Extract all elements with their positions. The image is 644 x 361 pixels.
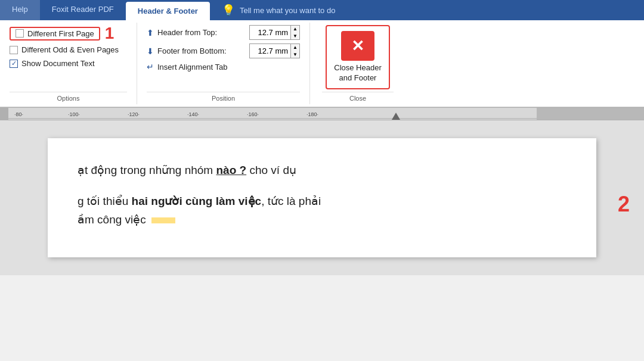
- doc-line-2-bold: hai người cùng làm việc: [132, 195, 262, 207]
- different-odd-even-checkbox[interactable]: [10, 46, 18, 54]
- different-odd-even-row: Different Odd & Even Pages: [10, 44, 127, 55]
- header-spin-up[interactable]: ▲: [291, 26, 299, 33]
- header-pos-icon: ⬆: [147, 28, 154, 38]
- close-group-label: Close: [322, 92, 394, 102]
- close-header-footer-button[interactable]: ✕: [341, 31, 374, 61]
- header-from-top-row: ⬆ Header from Top: ▲ ▼: [147, 25, 300, 40]
- different-first-page-label: Different First Page: [27, 29, 94, 38]
- show-document-text-row: ✓ Show Document Text: [10, 58, 127, 69]
- header-value-control: ▲ ▼: [249, 25, 300, 40]
- svg-text:·140·: ·140·: [187, 111, 199, 117]
- ruler-svg: ·80· ·100· ·120· ·140· ·160· ·180·: [8, 108, 537, 120]
- doc-line-1-text: ạt động trong những nhóm: [78, 164, 216, 176]
- ruler: ·80· ·100· ·120· ·140· ·160· ·180·: [0, 107, 644, 120]
- insert-tab-icon: ↵: [147, 62, 154, 71]
- tab-header-footer[interactable]: Header & Footer: [126, 2, 210, 20]
- svg-text:·180·: ·180·: [306, 111, 318, 117]
- footer-value-control: ▲ ▼: [249, 43, 300, 58]
- different-first-page-highlight: Different First Page: [10, 27, 100, 41]
- insert-alignment-tab-label[interactable]: Insert Alignment Tab: [157, 63, 228, 71]
- show-document-text-checkbox[interactable]: ✓: [10, 60, 18, 68]
- show-document-text-label: Show Document Text: [21, 59, 95, 68]
- footer-spin: ▲ ▼: [291, 43, 300, 58]
- different-odd-even-label: Different Odd & Even Pages: [21, 45, 119, 54]
- footer-spin-down[interactable]: ▼: [291, 51, 299, 58]
- header-from-top-label: Header from Top:: [157, 28, 246, 37]
- ruler-right-margin: [537, 108, 644, 120]
- document-page: ạt động trong những nhóm nào ? cho ví dụ…: [48, 138, 596, 257]
- ribbon-content: Different First Page 1 Different Odd & E…: [0, 20, 644, 107]
- options-group-label: Options: [10, 92, 127, 102]
- doc-line-1: ạt động trong những nhóm nào ? cho ví dụ: [78, 162, 566, 179]
- tell-me-text[interactable]: Tell me what you want to do: [240, 6, 335, 15]
- footer-from-bottom-label: Footer from Bottom:: [157, 46, 246, 55]
- ribbon-tabs-bar: Help Foxit Reader PDF Header & Footer 💡 …: [0, 0, 644, 20]
- different-first-page-checkbox[interactable]: [16, 29, 24, 38]
- badge-2: 2: [618, 192, 630, 217]
- badge-1: 1: [105, 25, 114, 42]
- footer-spin-up[interactable]: ▲: [291, 44, 299, 51]
- tab-foxit[interactable]: Foxit Reader PDF: [40, 0, 126, 20]
- header-spin: ▲ ▼: [291, 25, 300, 40]
- footer-from-bottom-row: ⬇ Footer from Bottom: ▲ ▼: [147, 43, 300, 58]
- header-value-input[interactable]: [249, 25, 291, 40]
- close-x-icon: ✕: [351, 37, 364, 55]
- doc-line-2-pre: g tối thiểu: [78, 195, 132, 207]
- doc-highlight-marker: [151, 217, 175, 223]
- svg-marker-7: [392, 113, 400, 120]
- checkmark-icon: ✓: [11, 60, 17, 67]
- footer-value-input[interactable]: [249, 43, 291, 58]
- doc-line-3-text: ầm công việc: [78, 213, 146, 226]
- options-group: Different First Page 1 Different Odd & E…: [0, 23, 137, 104]
- position-group-label: Position: [147, 92, 300, 102]
- position-items: ⬆ Header from Top: ▲ ▼ ⬇ Footer from Bot…: [147, 25, 300, 89]
- svg-text:·100·: ·100·: [68, 111, 80, 117]
- position-group: ⬆ Header from Top: ▲ ▼ ⬇ Footer from Bot…: [137, 23, 310, 104]
- doc-line-1-bold-underline: nào ?: [216, 164, 246, 176]
- document-area: ạt động trong những nhóm nào ? cho ví dụ…: [0, 120, 644, 275]
- doc-line-1-post: cho ví dụ: [246, 164, 296, 176]
- close-group: ✕ Close Headerand Footer Close: [310, 23, 405, 104]
- tab-help[interactable]: Help: [0, 0, 40, 20]
- close-header-footer-highlight: ✕ Close Headerand Footer: [326, 25, 390, 89]
- svg-text:·80·: ·80·: [14, 111, 23, 117]
- doc-line-2: g tối thiểu hai người cùng làm việc, tức…: [78, 193, 566, 210]
- ruler-left-margin: [0, 108, 8, 120]
- doc-line-2-post: , tức là phải: [261, 195, 321, 207]
- footer-pos-icon: ⬇: [147, 46, 154, 56]
- ruler-body: ·80· ·100· ·120· ·140· ·160· ·180·: [8, 108, 537, 120]
- svg-text:·120·: ·120·: [128, 111, 140, 117]
- doc-line-3: ầm công việc: [78, 213, 566, 226]
- close-header-footer-label: Close Headerand Footer: [334, 63, 382, 83]
- lightbulb-icon: 💡: [222, 4, 235, 17]
- svg-text:·160·: ·160·: [247, 111, 259, 117]
- options-items: Different First Page 1 Different Odd & E…: [10, 25, 127, 89]
- insert-alignment-tab-row: ↵ Insert Alignment Tab: [147, 62, 300, 71]
- header-spin-down[interactable]: ▼: [291, 33, 299, 40]
